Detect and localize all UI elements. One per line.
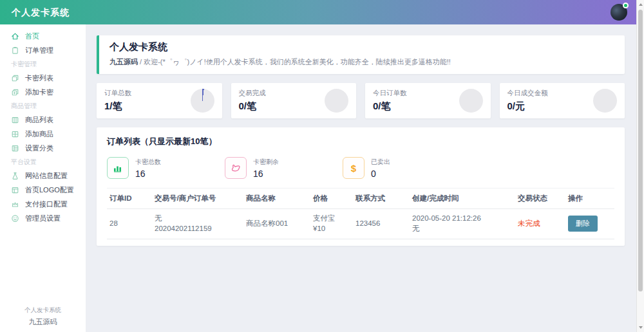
col-created-time: 创建/完成时间 <box>410 189 515 209</box>
cell-trade-no: 无 20204202112159 <box>152 209 243 239</box>
copy-add-icon <box>11 88 19 97</box>
welcome-separator: / <box>138 58 144 66</box>
cell-price: 支付宝 ¥10 <box>310 209 353 239</box>
sidebar-item-card-add[interactable]: 添加卡密 <box>0 85 86 99</box>
welcome-message: 欢迎-(*゜ヮ゜)ノイ!使用个人发卡系统，我们的系统全新美化，功能齐全，陆续推出… <box>144 58 451 66</box>
sidebar-item-product-add[interactable]: 添加商品 <box>0 127 86 141</box>
pie-chart-icon <box>593 89 617 113</box>
welcome-title: 个人发卡系统 <box>109 41 614 53</box>
mini-stat-value: 0 <box>371 169 390 179</box>
clipboard-icon <box>11 46 19 55</box>
sidebar-item-card-list[interactable]: 卡密列表 <box>0 71 86 85</box>
sidebar-footer: 个人发卡系统 九五源码 <box>0 306 86 327</box>
top-header-bar: 个人发卡系统 <box>0 0 644 24</box>
pie-chart-icon <box>459 89 483 113</box>
table-row: 28 无 20204202112159 商品名称001 支付宝 ¥10 1234… <box>107 209 614 239</box>
order-list-panel: 订单列表（只显示最新10笔） 卡密总数 16 卡密剩余 16 <box>97 127 625 246</box>
mini-stat-text: 已卖出 0 <box>371 158 390 179</box>
sidebar-item-label: 订单管理 <box>25 46 53 55</box>
status-badge: 未完成 <box>518 219 540 227</box>
price-amount: ¥10 <box>313 225 325 232</box>
pie-chart-icon <box>191 89 214 113</box>
stats-row: 订单总数 1/笔 交易完成 0/笔 今日订单数 0/笔 今日成交金额 0/元 <box>97 83 625 118</box>
welcome-banner: 个人发卡系统 九五源码 / 欢迎-(*゜ヮ゜)ノイ!使用个人发卡系统，我们的系统… <box>97 35 625 74</box>
col-order-id: 订单ID <box>107 189 152 209</box>
stat-card-today-amount: 今日成交金额 0/元 <box>500 83 625 118</box>
welcome-subtitle: 九五源码 / 欢迎-(*゜ヮ゜)ノイ!使用个人发卡系统，我们的系统全新美化，功能… <box>109 57 614 67</box>
sidebar-item-label: 卡密列表 <box>25 73 53 83</box>
orders-table-header-row: 订单ID 交易号/商户订单号 商品名称 价格 联系方式 创建/完成时间 交易状态… <box>107 189 614 209</box>
sidebar-item-home[interactable]: 首页 <box>0 29 86 43</box>
sidebar-item-site-config[interactable]: 网站信息配置 <box>0 169 86 183</box>
price-method: 支付宝 <box>313 214 336 222</box>
sidebar: 首页 订单管理 卡密管理 卡密列表 添加卡密 商品管理 商品列表 <box>0 24 86 332</box>
sidebar-item-payment-config[interactable]: 支付接口配置 <box>0 197 86 211</box>
scroll-down-button[interactable] <box>637 324 644 331</box>
cell-contact: 123456 <box>353 209 410 239</box>
online-status-badge <box>623 3 629 8</box>
sidebar-section-cards: 卡密管理 <box>0 57 86 71</box>
mini-stat-label: 卡密剩余 <box>253 158 279 167</box>
crown-icon <box>11 200 19 208</box>
time-completed: 无 <box>412 225 420 232</box>
layout-icon <box>11 186 19 194</box>
cell-product-name: 商品名称001 <box>243 209 310 239</box>
sidebar-section-products: 商品管理 <box>0 99 86 113</box>
mini-stat-card-sold: $ 已卖出 0 <box>343 157 460 179</box>
col-price: 价格 <box>310 189 353 209</box>
col-status: 交易状态 <box>515 189 565 209</box>
vertical-scrollbar[interactable] <box>636 0 644 332</box>
stat-card-completed: 交易完成 0/笔 <box>231 83 357 118</box>
dollar-icon: $ <box>343 157 365 179</box>
sidebar-item-logo-config[interactable]: 首页LOGO配置 <box>0 183 86 197</box>
flask-icon <box>11 172 19 180</box>
sidebar-item-label: 管理员设置 <box>25 214 61 223</box>
stat-card-today-orders: 今日订单数 0/笔 <box>365 83 491 118</box>
mini-stat-label: 卡密总数 <box>135 158 161 167</box>
delete-button[interactable]: 删除 <box>568 216 598 232</box>
category-icon <box>11 144 19 152</box>
trade-no-line1: 无 <box>155 214 162 222</box>
welcome-brand: 九五源码 <box>109 58 138 66</box>
card-stats-row: 卡密总数 16 卡密剩余 16 $ 已卖出 0 <box>107 157 614 179</box>
sidebar-item-label: 设置分类 <box>25 143 53 153</box>
smiley-icon <box>11 214 19 223</box>
orders-table: 订单ID 交易号/商户订单号 商品名称 价格 联系方式 创建/完成时间 交易状态… <box>107 188 614 239</box>
cell-created-time: 2020-05-20 21:12:26 无 <box>410 209 515 239</box>
sidebar-item-label: 添加商品 <box>25 129 53 139</box>
notebook-add-icon <box>11 130 19 138</box>
order-list-title: 订单列表（只显示最新10笔） <box>107 136 614 147</box>
bar-chart-icon <box>107 157 129 179</box>
app-title: 个人发卡系统 <box>12 0 70 24</box>
mini-stat-card-remaining: 卡密剩余 16 <box>225 157 343 179</box>
copy-stack-icon <box>11 74 19 82</box>
col-actions: 操作 <box>565 189 614 209</box>
user-avatar[interactable] <box>611 4 627 21</box>
trade-no-line2: 20204202112159 <box>155 225 212 232</box>
sidebar-item-label: 网站信息配置 <box>25 171 68 181</box>
home-icon <box>11 32 19 41</box>
mini-stat-text: 卡密剩余 16 <box>253 158 279 179</box>
arrow-up-icon <box>639 3 643 6</box>
sidebar-item-product-list[interactable]: 商品列表 <box>0 113 86 127</box>
sidebar-item-label: 商品列表 <box>25 115 53 125</box>
mini-stat-value: 16 <box>135 169 161 179</box>
scrollbar-thumb[interactable] <box>638 10 643 291</box>
cell-order-id: 28 <box>107 209 152 239</box>
sidebar-section-platform: 平台设置 <box>0 155 86 169</box>
sidebar-footer-app-name: 个人发卡系统 <box>0 306 86 315</box>
sidebar-item-admin-settings[interactable]: 管理员设置 <box>0 211 86 225</box>
col-contact: 联系方式 <box>353 189 410 209</box>
mini-stat-value: 16 <box>253 169 279 179</box>
pie-chart-icon <box>325 89 348 113</box>
col-product-name: 商品名称 <box>243 189 310 209</box>
mini-stat-text: 卡密总数 16 <box>135 158 161 179</box>
sidebar-item-orders[interactable]: 订单管理 <box>0 43 86 57</box>
cell-actions: 删除 <box>565 209 614 239</box>
scroll-up-button[interactable] <box>637 1 644 8</box>
cell-status: 未完成 <box>515 209 565 239</box>
sidebar-item-category[interactable]: 设置分类 <box>0 141 86 155</box>
time-created: 2020-05-20 21:12:26 <box>412 214 481 222</box>
notebook-icon <box>11 116 19 124</box>
mini-stat-card-total: 卡密总数 16 <box>107 157 225 179</box>
